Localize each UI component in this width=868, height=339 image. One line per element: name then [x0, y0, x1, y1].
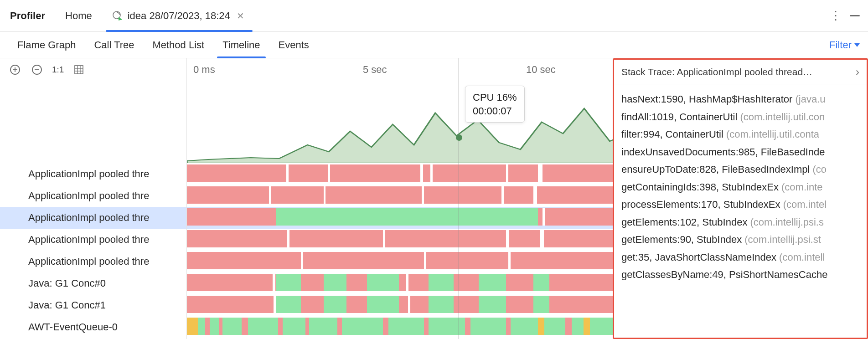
timeline-toolbar: 1:1	[0, 58, 186, 81]
stack-frame[interactable]: findAll:1019, ContainerUtil (com.intelli…	[621, 108, 867, 126]
thread-row[interactable]: ApplicationImpl pooled thre	[0, 185, 186, 207]
frame-pkg: (co	[812, 164, 827, 175]
frame-main: getElements:102, StubIndex	[621, 216, 750, 228]
frame-main: hasNext:1590, HashMap$HashIterator	[621, 93, 796, 105]
frame-pkg: (com.intell	[779, 252, 825, 263]
tab-timeline-label: Timeline	[222, 39, 260, 51]
frame-main: getContainingIds:398, StubIndexEx	[621, 181, 781, 193]
zoom-ratio[interactable]: 1:1	[52, 65, 64, 75]
timeline-main: 1:1 ApplicationImpl pooled thre Applicat…	[0, 58, 868, 339]
tab-home-label: Home	[65, 10, 92, 22]
thread-row[interactable]: Java: G1 Conc#1	[0, 294, 186, 316]
stack-trace-panel: Stack Trace: ApplicationImpl pooled thre…	[613, 58, 868, 339]
tick-label: 5 sec	[363, 64, 387, 76]
tab-call-tree[interactable]: Call Tree	[85, 32, 143, 58]
filter-label: Filter	[829, 39, 852, 51]
frame-pkg: (com.inte	[781, 181, 822, 193]
thread-row[interactable]: AWT-EventQueue-0	[0, 316, 186, 338]
tab-snapshot[interactable]: idea 28/07/2023, 18:24 ✕	[102, 0, 256, 31]
tab-home[interactable]: Home	[55, 0, 102, 31]
tab-timeline[interactable]: Timeline	[213, 32, 269, 58]
tab-events[interactable]: Events	[269, 32, 318, 58]
profiler-sub-tabs: Flame Graph Call Tree Method List Timeli…	[0, 32, 868, 58]
cpu-tooltip-time: 00:00:07	[473, 104, 517, 118]
tick-label: 10 sec	[526, 64, 556, 76]
frame-pkg: (java.u	[796, 93, 826, 105]
frame-main: get:35, JavaShortClassNameIndex	[621, 252, 779, 263]
tab-method-list[interactable]: Method List	[143, 32, 213, 58]
cpu-marker-dot	[456, 134, 462, 141]
frame-pkg: (com.intellij.util.conta	[726, 128, 819, 140]
thread-name: ApplicationImpl pooled thre	[28, 168, 149, 180]
frame-pkg: (com.intellij.psi.s	[750, 216, 824, 228]
cpu-tooltip: CPU 16% 00:00:07	[465, 86, 525, 123]
stack-frame[interactable]: get:35, JavaShortClassNameIndex (com.int…	[621, 249, 867, 267]
thread-list: ApplicationImpl pooled thre ApplicationI…	[0, 163, 186, 338]
frame-main: findAll:1019, ContainerUtil	[621, 111, 740, 123]
stack-trace-header[interactable]: Stack Trace: ApplicationImpl pooled thre…	[614, 60, 867, 84]
tab-flame-graph[interactable]: Flame Graph	[8, 32, 85, 58]
thread-name: AWT-EventQueue-0	[28, 321, 118, 333]
thread-name: ApplicationImpl pooled thre	[28, 190, 149, 202]
thread-row[interactable]: ApplicationImpl pooled thre	[0, 251, 186, 272]
tab-flame-graph-label: Flame Graph	[17, 39, 76, 51]
stack-trace-body: hasNext:1590, HashMap$HashIterator (java…	[614, 84, 867, 284]
left-panel: 1:1 ApplicationImpl pooled thre Applicat…	[0, 58, 187, 339]
stack-frame[interactable]: getContainingIds:398, StubIndexEx (com.i…	[621, 179, 867, 196]
zoom-in-button[interactable]	[8, 63, 22, 77]
stack-frame[interactable]: getElements:90, StubIndex (com.intellij.…	[621, 231, 867, 249]
thread-row[interactable]: ApplicationImpl pooled thre	[0, 163, 186, 185]
tab-events-label: Events	[279, 39, 309, 51]
thread-name: Java: G1 Conc#1	[28, 299, 106, 311]
frame-main: processElements:170, StubIndexEx	[621, 199, 783, 210]
stack-frame[interactable]: hasNext:1590, HashMap$HashIterator (java…	[621, 91, 867, 108]
stack-frame[interactable]: ensureUpToDate:828, FileBasedIndexImpl (…	[621, 161, 867, 179]
profiler-title-text: Profiler	[10, 10, 45, 22]
close-icon[interactable]: ✕	[235, 10, 246, 21]
top-tab-bar: Profiler Home idea 28/07/2023, 18:24 ✕ ⋮	[0, 0, 868, 32]
chevron-down-icon	[854, 43, 860, 47]
profiler-title: Profiler	[8, 0, 55, 31]
grid-select-icon[interactable]	[72, 63, 86, 77]
minimize-icon[interactable]	[850, 15, 860, 16]
stack-trace-title: Stack Trace: ApplicationImpl pooled thre…	[621, 67, 812, 77]
thread-name: ApplicationImpl pooled thre	[28, 212, 149, 224]
frame-pkg: (com.intellij.psi.st	[744, 234, 821, 245]
frame-main: getElements:90, StubIndex	[621, 234, 744, 245]
chevron-right-icon[interactable]: ›	[856, 66, 859, 78]
frame-main: filter:994, ContainerUtil	[621, 128, 726, 140]
thread-row[interactable]: ApplicationImpl pooled thre	[0, 207, 186, 229]
thread-name: ApplicationImpl pooled thre	[28, 234, 149, 246]
playhead[interactable]	[459, 58, 459, 339]
tab-snapshot-label: idea 28/07/2023, 18:24	[128, 10, 230, 22]
cpu-tooltip-value: CPU 16%	[473, 91, 517, 104]
frame-pkg: (com.intellij.util.con	[740, 111, 825, 123]
stack-frame[interactable]: processElements:170, StubIndexEx (com.in…	[621, 196, 867, 214]
tab-call-tree-label: Call Tree	[94, 39, 134, 51]
stack-frame[interactable]: filter:994, ContainerUtil (com.intellij.…	[621, 126, 867, 144]
tick-label: 0 ms	[193, 64, 215, 76]
frame-pkg: (com.intel	[783, 199, 827, 210]
stack-frame[interactable]: indexUnsavedDocuments:985, FileBasedInde	[621, 144, 867, 161]
stack-frame[interactable]: getElements:102, StubIndex (com.intellij…	[621, 214, 867, 231]
svg-rect-6	[75, 66, 83, 74]
run-profile-icon	[112, 10, 123, 21]
thread-row[interactable]: ApplicationImpl pooled thre	[0, 229, 186, 251]
frame-main: ensureUpToDate:828, FileBasedIndexImpl	[621, 164, 812, 175]
filter-button[interactable]: Filter	[829, 39, 860, 51]
tab-method-list-label: Method List	[152, 39, 204, 51]
thread-name: ApplicationImpl pooled thre	[28, 256, 149, 267]
frame-main: getClassesByName:49, PsiShortNamesCache	[621, 269, 827, 280]
thread-row[interactable]: Java: G1 Conc#0	[0, 272, 186, 294]
more-icon[interactable]: ⋮	[830, 9, 841, 23]
zoom-out-button[interactable]	[30, 63, 44, 77]
stack-frame[interactable]: getClassesByName:49, PsiShortNamesCache	[621, 266, 867, 284]
frame-main: indexUnsavedDocuments:985, FileBasedInde	[621, 146, 825, 158]
thread-name: Java: G1 Conc#0	[28, 277, 106, 289]
